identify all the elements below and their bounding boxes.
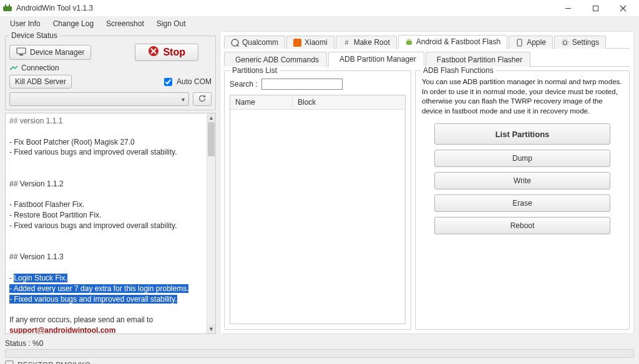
close-button[interactable] <box>609 0 637 16</box>
device-manager-button[interactable]: Device Manager <box>9 45 91 60</box>
port-select[interactable]: ▾ <box>9 92 189 106</box>
stop-button[interactable]: Stop <box>135 44 198 61</box>
progress-bar <box>5 349 634 358</box>
tab-android-fastboot[interactable]: Android & Fastboot Flash <box>398 35 507 49</box>
changelog-line: If any error occurs, please send an emai… <box>9 315 212 325</box>
app-icon <box>2 3 12 13</box>
scroll-thumb[interactable] <box>208 122 215 156</box>
svg-rect-1 <box>5 4 6 7</box>
menu-user-info[interactable]: User Info <box>5 18 46 29</box>
changelog-line: - Fixed various bugs and improved overal… <box>9 221 212 231</box>
root-icon: # <box>343 39 351 47</box>
subtab-label: Fastboot Partition Flasher <box>437 55 522 64</box>
tab-qualcomm[interactable]: Qualcomm <box>224 36 285 49</box>
svg-point-21 <box>563 41 567 44</box>
desktop-icon <box>5 360 14 364</box>
changelog-line: - Fix Boot Patcher (Root) Magisk 27.0 <box>9 137 212 148</box>
flash-description: You can use ADB partition manager in nor… <box>422 77 623 116</box>
apple-icon <box>515 39 524 47</box>
xiaomi-icon <box>293 39 301 47</box>
menu-screenshot[interactable]: Screenshot <box>101 18 149 29</box>
subtab-adb-partition[interactable]: ADB Partition Manager <box>328 52 424 67</box>
changelog-line: - Fastboot Flasher Fix. <box>9 199 212 210</box>
maximize-button[interactable] <box>582 0 609 16</box>
changelog-line: ## version 1.1.1 <box>9 116 212 127</box>
subtab-fastboot-flasher[interactable]: Fastboot Partition Flasher <box>426 52 530 67</box>
svg-rect-4 <box>593 6 598 11</box>
device-manager-label: Device Manager <box>30 48 84 57</box>
changelog-heading: ## Version 1.1.2 <box>9 179 212 189</box>
chevron-down-icon: ▾ <box>182 96 185 103</box>
list-partitions-button[interactable]: List Partitions <box>434 123 610 145</box>
dump-button[interactable]: Dump <box>434 150 610 167</box>
btn-label: List Partitions <box>495 130 550 139</box>
svg-rect-2 <box>9 4 10 7</box>
menu-change-log[interactable]: Change Log <box>48 18 99 29</box>
menu-sign-out[interactable]: Sign Out <box>152 18 191 29</box>
auto-com-label: Auto COM <box>177 77 212 86</box>
partitions-list-title: Partitions List <box>230 66 280 75</box>
reboot-button[interactable]: Reboot <box>434 217 610 234</box>
changelog-heading: ## Version 1.1.3 <box>9 252 212 262</box>
kill-adb-label: Kill ADB Server <box>15 77 66 86</box>
flash-functions-title: ADB Flash Functions <box>421 66 496 75</box>
minimize-button[interactable] <box>554 0 582 16</box>
partitions-list-group: Partitions List Search : Name Block <box>224 70 411 330</box>
btn-label: Dump <box>512 154 532 163</box>
changelog-line: - Fixed various bugs and improved overal… <box>9 294 212 305</box>
device-status-legend: Device Status <box>9 31 59 40</box>
status-label: Status : %0 <box>5 339 634 348</box>
col-block: Block <box>293 95 405 109</box>
svg-point-12 <box>10 69 11 70</box>
auto-com-input[interactable] <box>164 78 172 86</box>
android-icon <box>405 38 413 46</box>
search-input[interactable] <box>261 79 343 90</box>
kill-adb-button[interactable]: Kill ADB Server <box>9 75 72 89</box>
connection-icon <box>9 64 18 72</box>
svg-rect-17 <box>406 41 412 45</box>
tab-label: Qualcomm <box>242 38 278 47</box>
stop-label: Stop <box>163 47 185 58</box>
scroll-up-icon[interactable]: ▲ <box>207 113 215 122</box>
write-button[interactable]: Write <box>434 172 610 189</box>
col-name: Name <box>230 95 293 109</box>
svg-rect-8 <box>19 54 23 55</box>
tab-xiaomi[interactable]: Xiaomi <box>286 36 334 49</box>
tab-settings[interactable]: Settings <box>554 36 606 49</box>
monitor-icon <box>16 47 26 58</box>
svg-point-22 <box>562 39 568 46</box>
qualcomm-icon <box>231 39 239 47</box>
scroll-down-icon[interactable]: ▼ <box>207 325 215 333</box>
changelog-line: - Fixed various bugs and improved overal… <box>9 147 212 158</box>
svg-text:#: # <box>344 39 349 46</box>
svg-point-18 <box>407 39 409 40</box>
erase-button[interactable]: Erase <box>434 194 610 212</box>
stop-icon <box>148 46 159 59</box>
menu-bar: User Info Change Log Screenshot Sign Out <box>0 16 639 31</box>
tab-apple[interactable]: Apple <box>509 36 553 49</box>
subtab-label: Generic ADB Commands <box>235 55 319 64</box>
support-email: support@androidwintool.com <box>9 325 212 334</box>
tab-label: Apple <box>527 38 546 47</box>
tab-label: Android & Fastboot Flash <box>416 37 500 46</box>
partitions-table[interactable]: Name Block <box>230 95 406 324</box>
subtab-generic-adb[interactable]: Generic ADB Commands <box>224 52 327 67</box>
table-header: Name Block <box>230 95 405 110</box>
changelog-line: - Added every user 7 day extra for this … <box>9 284 212 294</box>
tab-label: Make Root <box>354 38 390 47</box>
svg-point-19 <box>409 39 411 40</box>
tab-make-root[interactable]: #Make Root <box>336 36 397 49</box>
svg-rect-20 <box>517 39 522 46</box>
flash-functions-group: ADB Flash Functions You can use ADB part… <box>415 70 630 330</box>
subtab-label: ADB Partition Manager <box>339 55 416 64</box>
btn-label: Write <box>514 176 531 185</box>
refresh-button[interactable] <box>193 92 212 106</box>
svg-rect-7 <box>17 48 26 54</box>
tab-label: Settings <box>572 38 599 47</box>
auto-com-checkbox[interactable]: Auto COM <box>162 76 212 88</box>
refresh-icon <box>198 94 207 105</box>
main-tab-row: Qualcomm Xiaomi #Make Root Android & Fas… <box>224 33 630 49</box>
scrollbar[interactable]: ▲ ▼ <box>207 113 215 333</box>
changelog-line: - Login Stuck Fix. <box>9 273 212 284</box>
tab-label: Xiaomi <box>305 38 328 47</box>
